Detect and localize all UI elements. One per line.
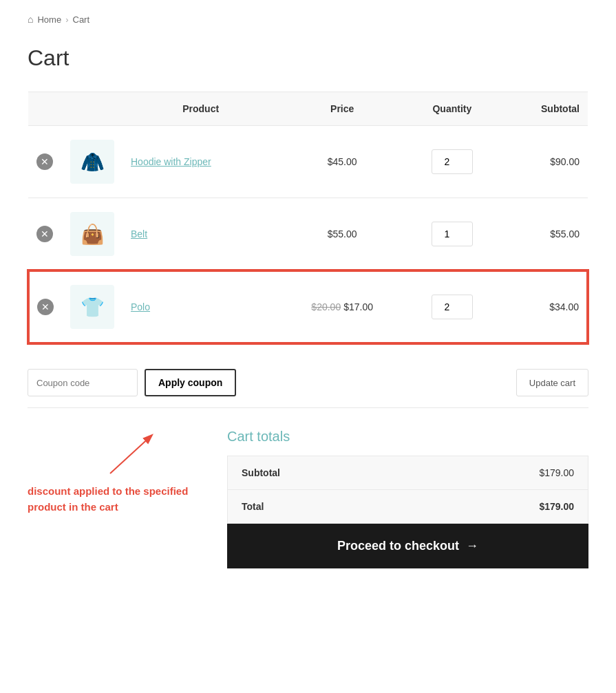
- discount-note: discount applied to the specified produc…: [28, 429, 200, 515]
- discount-annotation-text: discount applied to the specified produc…: [28, 484, 200, 515]
- product-image: 🧥: [70, 140, 114, 184]
- annotation-arrow-svg: [28, 429, 165, 477]
- total-value: $179.00: [413, 490, 588, 524]
- product-subtotal: $34.00: [499, 270, 588, 343]
- col-header-quantity: Quantity: [405, 92, 499, 126]
- bottom-section: discount applied to the specified produc…: [28, 429, 588, 568]
- cart-totals-title: Cart totals: [227, 429, 588, 445]
- product-link[interactable]: Polo: [131, 301, 150, 312]
- subtotal-row: Subtotal $179.00: [228, 456, 588, 490]
- remove-item-button[interactable]: ✕: [36, 226, 53, 242]
- cart-totals: Cart totals Subtotal $179.00 Total $179.…: [227, 429, 588, 568]
- home-icon: ⌂: [28, 14, 33, 25]
- total-row: Total $179.00: [228, 490, 588, 524]
- checkout-label: Proceed to checkout: [337, 539, 459, 553]
- svg-line-1: [110, 436, 151, 473]
- product-price: $20.00$17.00: [279, 270, 405, 343]
- checkout-button[interactable]: Proceed to checkout →: [227, 524, 588, 568]
- subtotal-value: $179.00: [413, 456, 588, 490]
- product-subtotal: $90.00: [499, 126, 588, 198]
- remove-item-button[interactable]: ✕: [36, 153, 53, 170]
- col-header-price: Price: [279, 92, 405, 126]
- breadcrumb-separator: ›: [65, 14, 68, 25]
- coupon-area: Apply coupon: [28, 369, 236, 396]
- remove-item-button[interactable]: ✕: [37, 299, 54, 315]
- coupon-input[interactable]: [28, 369, 138, 396]
- col-header-image: [62, 92, 123, 126]
- table-row: ✕🧥Hoodie with Zipper$45.00$90.00: [28, 126, 588, 198]
- product-link[interactable]: Hoodie with Zipper: [131, 156, 211, 167]
- product-image: 👕: [70, 285, 114, 329]
- breadcrumb-home-link[interactable]: Home: [37, 14, 61, 25]
- breadcrumb: ⌂ Home › Cart: [28, 14, 588, 25]
- totals-table: Subtotal $179.00 Total $179.00: [227, 456, 588, 524]
- apply-coupon-button[interactable]: Apply coupon: [145, 369, 236, 396]
- subtotal-label: Subtotal: [228, 456, 414, 490]
- col-header-subtotal: Subtotal: [499, 92, 588, 126]
- checkout-arrow-icon: →: [466, 539, 478, 553]
- cart-actions: Apply coupon Update cart: [28, 358, 588, 408]
- col-header-product: Product: [123, 92, 279, 126]
- total-label: Total: [228, 490, 414, 524]
- product-price: $45.00: [279, 126, 405, 198]
- update-cart-button[interactable]: Update cart: [516, 369, 588, 396]
- breadcrumb-current: Cart: [73, 14, 90, 25]
- col-header-remove: [28, 92, 62, 126]
- page-title: Cart: [28, 45, 588, 71]
- product-image: 👜: [70, 212, 114, 256]
- quantity-input[interactable]: [432, 222, 473, 246]
- table-row: ✕👜Belt$55.00$55.00: [28, 198, 588, 271]
- product-link[interactable]: Belt: [131, 228, 147, 239]
- table-header-row: Product Price Quantity Subtotal: [28, 92, 588, 126]
- quantity-input[interactable]: [432, 149, 473, 174]
- product-subtotal: $55.00: [499, 198, 588, 271]
- quantity-input[interactable]: [432, 295, 473, 319]
- cart-table: Product Price Quantity Subtotal ✕🧥Hoodie…: [28, 92, 588, 344]
- product-price: $55.00: [279, 198, 405, 271]
- table-row: ✕👕Polo$20.00$17.00$34.00: [28, 270, 588, 343]
